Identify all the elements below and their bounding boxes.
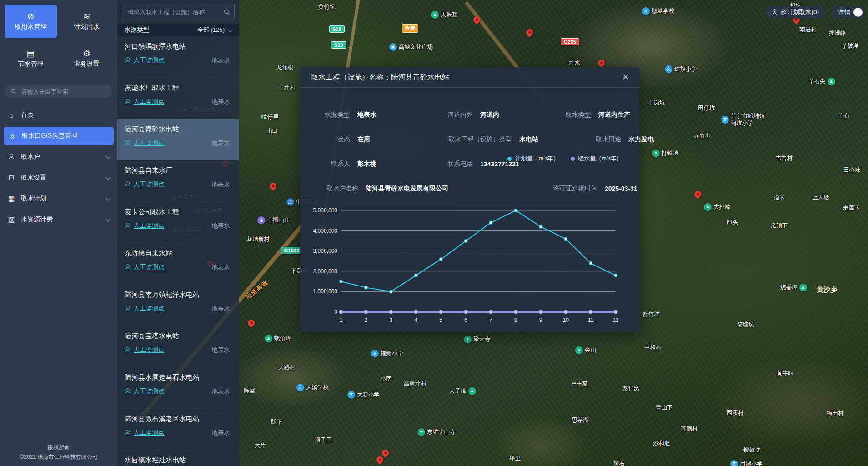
map-label: 溜下 xyxy=(773,195,785,202)
sidebar-search[interactable] xyxy=(5,85,112,98)
tile-planned-water[interactable]: ≋ 计划用水 xyxy=(60,5,113,38)
manual-monitor-link[interactable]: 人工监测点 xyxy=(125,180,165,189)
sidebar-item-2[interactable]: 取水户 xyxy=(0,146,117,167)
school-pin-icon[interactable]: 文 xyxy=(730,460,738,466)
water-source-type: 地表水 xyxy=(212,387,231,396)
map-label: 大片 xyxy=(254,442,266,450)
sidebar-item-5[interactable]: ▨水资源计费 xyxy=(0,209,117,230)
facility-search[interactable] xyxy=(122,4,235,20)
sidebar-item-4[interactable]: ▦取水计划 xyxy=(0,188,117,209)
school-pin-icon[interactable]: 文 xyxy=(665,65,672,73)
map-label: 甘坪村 xyxy=(278,85,296,92)
map-label: ▲天珠顶 xyxy=(431,11,458,19)
list-item[interactable]: 友能水厂取水工程人工监测点地表水 xyxy=(117,78,239,119)
mountain-pin-icon[interactable]: ▲ xyxy=(468,387,476,395)
map-label: 黄竹坑 xyxy=(318,4,336,11)
field-value: 陆河县青砼水电发展有限公司 xyxy=(366,185,529,193)
list-item[interactable]: 陆河县水唇走马石水电站人工监测点地表水 xyxy=(117,367,239,409)
field-row: 取水户名称陆河县青砼水电发展有限公司许可证过期时间2025-03-31 xyxy=(311,185,632,193)
sidebar-item-0[interactable]: ⌂首页 xyxy=(0,105,117,125)
person-icon xyxy=(125,181,131,188)
mountain-pin-icon[interactable]: ▲ xyxy=(828,78,835,85)
building-pin-icon[interactable]: ▣ xyxy=(389,43,397,51)
source-type-filter[interactable]: 水源类型 全部 (125) xyxy=(117,24,239,36)
field-value: 水力发电 xyxy=(628,135,654,144)
sidebar-item-3[interactable]: ⊟取水设置 xyxy=(0,167,117,188)
map-label: 黄牛叫 xyxy=(777,370,794,377)
manual-monitor-link[interactable]: 人工监测点 xyxy=(125,429,165,437)
filter-value-dropdown[interactable]: 全部 (125) xyxy=(197,26,232,34)
manual-monitor-link[interactable]: 人工监测点 xyxy=(125,98,165,106)
temple-pin-icon[interactable]: ✦ xyxy=(417,428,425,436)
gas-station-icon[interactable]: 油 xyxy=(286,198,294,206)
legend-item[interactable]: 计划量（m³/年） xyxy=(507,155,559,163)
toggle-knob-icon[interactable] xyxy=(853,8,863,17)
tile-business-settings[interactable]: ⚙ 业务设置 xyxy=(60,42,113,75)
school-pin-icon[interactable]: 文 xyxy=(371,350,379,357)
sidebar-item-1[interactable]: ◎取水口GIS信息管理 xyxy=(4,127,114,145)
list-item[interactable]: 陆河县南万镇杞洋水电站人工监测点地表水 xyxy=(117,285,239,326)
svg-text:2: 2 xyxy=(365,317,368,323)
manual-monitor-link[interactable]: 人工监测点 xyxy=(125,139,165,147)
field-value: 河道内生产 xyxy=(598,111,630,119)
resort-pin-icon[interactable]: ◎ xyxy=(257,216,265,224)
tile-water-saving-mgmt[interactable]: ▤ 节水管理 xyxy=(5,42,57,75)
list-item[interactable]: 水唇镇水栏肚水电站人工监测点地表水 xyxy=(117,450,239,466)
map-label: ▲螺角嶂 xyxy=(265,335,291,342)
manual-monitor-link[interactable]: 人工监测点 xyxy=(125,56,165,65)
school-pin-icon[interactable]: 文 xyxy=(296,384,304,391)
list-item[interactable]: 陆河县自来水厂人工监测点地表水 xyxy=(117,160,239,202)
menu-icon: ◎ xyxy=(8,132,16,140)
mountain-pin-icon[interactable]: ▲ xyxy=(704,203,712,211)
map-label: 中和村 xyxy=(644,344,662,351)
list-item[interactable]: 麦卡公司取水工程人工监测点地表水 xyxy=(117,202,239,243)
red-marker-icon[interactable] xyxy=(268,181,278,191)
mountain-pin-icon[interactable]: ▲ xyxy=(265,335,272,342)
list-item[interactable]: 河口镇唱歌潭水电站人工监测点地表水 xyxy=(117,36,239,78)
list-item[interactable]: 东坑镇自来水站人工监测点地表水 xyxy=(117,243,239,285)
list-item[interactable]: 陆河县激石溪老区水电站人工监测点地表水 xyxy=(117,409,239,450)
mountain-pin-icon[interactable]: ▲ xyxy=(575,346,583,354)
legend-item[interactable]: 取水量（m³/年） xyxy=(571,155,622,163)
facility-name: 陆河县青砼水电站 xyxy=(117,119,239,134)
red-marker-icon[interactable] xyxy=(597,58,606,68)
manual-monitor-link[interactable]: 人工监测点 xyxy=(125,346,165,354)
manual-monitor-link[interactable]: 人工监测点 xyxy=(125,222,165,230)
school-pin-icon[interactable]: 文 xyxy=(347,391,355,399)
water-source-type: 地表水 xyxy=(212,263,231,271)
map-label: 文红旗小学 xyxy=(665,65,697,73)
facility-name: 河口镇唱歌潭水电站 xyxy=(117,36,239,51)
school-pin-icon[interactable]: 文 xyxy=(642,7,650,15)
facility-search-input[interactable] xyxy=(127,8,220,16)
temple-pin-icon[interactable]: ✦ xyxy=(652,150,660,157)
road-badge: G235 xyxy=(561,38,579,45)
school-pin-icon[interactable]: 文 xyxy=(721,116,729,124)
road-badge: S19 xyxy=(331,41,346,49)
tile-water-intake-mgmt[interactable]: ⊘ 取用水管理 xyxy=(5,5,57,38)
close-icon[interactable]: ✕ xyxy=(622,72,629,82)
search-icon[interactable] xyxy=(224,9,230,15)
svg-text:8: 8 xyxy=(514,317,517,323)
detail-toggle[interactable]: 详情 xyxy=(832,6,864,19)
sidebar-item-label: 首页 xyxy=(21,111,110,119)
over-plan-alert-button[interactable]: 超计划取水(0) xyxy=(765,6,825,19)
manual-monitor-link[interactable]: 人工监测点 xyxy=(125,387,165,396)
manual-monitor-link[interactable]: 人工监测点 xyxy=(125,263,165,271)
red-marker-icon[interactable] xyxy=(246,318,256,328)
red-marker-icon[interactable] xyxy=(525,28,534,37)
chevron-down-icon xyxy=(105,216,110,221)
red-marker-icon[interactable] xyxy=(693,190,702,199)
list-item[interactable]: 陆河县宝塔水电站人工监测点地表水 xyxy=(117,326,239,367)
chevron-down-icon xyxy=(227,27,232,32)
sidebar-search-input[interactable] xyxy=(20,88,106,95)
red-marker-icon[interactable] xyxy=(381,448,390,458)
mountain-pin-icon[interactable]: ▲ xyxy=(431,11,439,19)
mountain-pin-icon[interactable]: ▲ xyxy=(799,284,807,291)
svg-text:3: 3 xyxy=(389,317,392,323)
list-item[interactable]: 陆河县青砼水电站人工监测点地表水 xyxy=(117,119,239,160)
temple-pin-icon[interactable]: ✦ xyxy=(464,336,472,343)
map-label: 南进村 xyxy=(799,26,817,34)
map-label: 黄沙乡 xyxy=(817,286,837,294)
manual-monitor-link[interactable]: 人工监测点 xyxy=(125,305,165,313)
red-marker-icon[interactable] xyxy=(375,455,385,465)
